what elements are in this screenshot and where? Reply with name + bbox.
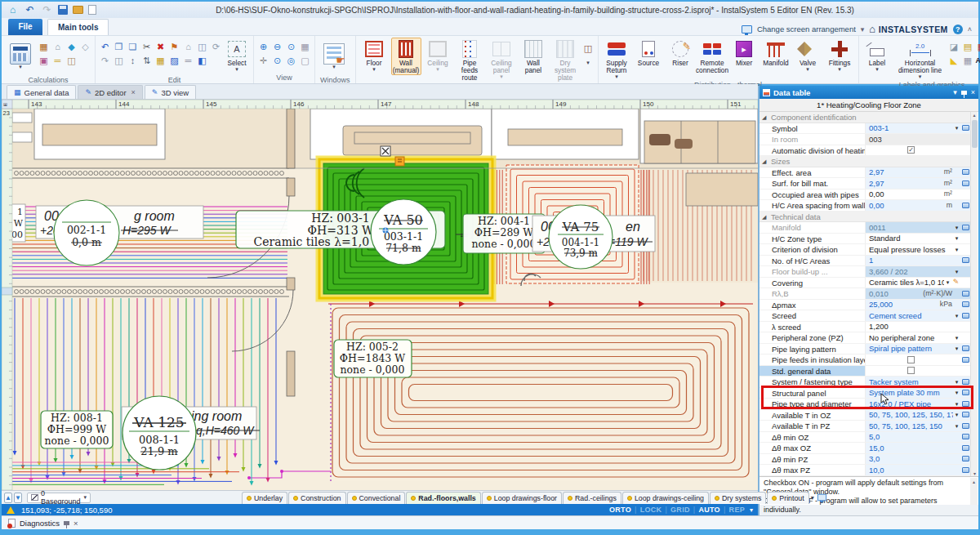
zoom-out-icon[interactable]: ⊖ (271, 41, 283, 53)
default-link-icon[interactable] (960, 379, 970, 385)
remote-connection-button[interactable]: Remote connection (697, 38, 728, 75)
default-link-icon[interactable] (960, 125, 970, 131)
connect-icon[interactable]: ═ (51, 55, 64, 67)
layer-tab-convectional[interactable]: Convectional (347, 492, 406, 504)
panel-menu-icon[interactable]: ▾ (953, 88, 957, 96)
dropdown-icon[interactable]: ▾ (953, 266, 960, 277)
screen-arrangement-icon[interactable] (742, 25, 752, 33)
drop-icon[interactable]: ◇ (79, 41, 91, 53)
mirror-icon[interactable]: ◫ (196, 41, 208, 53)
visibility-bulb-icon[interactable] (293, 496, 298, 501)
dropdown-icon[interactable]: ▾ (953, 244, 960, 255)
layer-tab-rad-floors-walls[interactable]: Rad.-floors,walls (406, 492, 480, 504)
layer-down-icon[interactable]: ▼ (14, 493, 22, 503)
wall-panel-button[interactable]: Wall panel (519, 38, 549, 75)
property-value[interactable]: 3,0 (866, 454, 970, 465)
property-value[interactable]: 0011▾ (866, 222, 970, 233)
section-header[interactable]: Technical data (760, 212, 970, 223)
layer-tab-construction[interactable]: Construction (288, 492, 345, 504)
grid-gray-icon[interactable]: ▦ (962, 55, 974, 67)
checkbox[interactable]: ✓ (907, 146, 915, 154)
property-value[interactable]: 003-1▾ (866, 123, 970, 134)
box-icon[interactable]: ◫ (65, 55, 78, 67)
supply-return-button[interactable]: Supply Return▾ (602, 38, 632, 80)
default-link-icon[interactable] (960, 357, 970, 363)
layer-tab-rad-ceilings[interactable]: Rad.-ceilings (563, 492, 621, 504)
dropdown-icon[interactable]: ▾ (953, 123, 960, 134)
property-value[interactable]: Standard▾ (866, 234, 970, 244)
edit-pencil-icon[interactable]: ✎ (951, 278, 960, 288)
panel-scrollbar[interactable]: ▴▾ (970, 112, 978, 476)
layer-tab-underlay[interactable]: Underlay (242, 492, 287, 504)
visibility-bulb-icon[interactable] (247, 496, 252, 501)
viewport-icon[interactable]: ▢ (299, 55, 311, 67)
calculations-button[interactable]: ▾ (5, 38, 36, 75)
circle-label-002[interactable]: 002-1-1 0,0 m (54, 200, 119, 265)
property-value[interactable]: 2,97m² (866, 167, 970, 178)
default-link-icon[interactable] (960, 257, 970, 263)
checkbox[interactable] (907, 356, 915, 363)
layer-up-icon[interactable]: ▲ (4, 493, 12, 503)
zoom-in-icon[interactable]: ⊕ (257, 41, 270, 53)
door-icon[interactable]: ◧ (196, 55, 208, 67)
wall-manual-button[interactable]: Wall (manual) (391, 38, 421, 75)
default-link-icon[interactable] (960, 181, 970, 186)
mode-lock[interactable]: LOCK (640, 506, 662, 514)
abc-text-icon[interactable]: Abc (976, 55, 980, 67)
pan-icon[interactable]: ✛ (257, 55, 270, 67)
zoom-selection-icon[interactable]: ⊙ (285, 41, 297, 53)
layer-tab-printout[interactable]: Printout (767, 492, 808, 504)
undo-icon[interactable]: ↶ (24, 4, 36, 16)
close-icon[interactable]: × (74, 519, 78, 528)
visibility-bulb-icon[interactable] (627, 496, 632, 501)
mode-orto[interactable]: ORTO (609, 506, 631, 514)
collapse-ribbon-icon[interactable]: ˄ (968, 25, 972, 33)
source-button[interactable]: Source (634, 38, 664, 75)
chevron-down-icon[interactable]: ▾ (861, 25, 865, 33)
visibility-bulb-icon[interactable] (715, 496, 719, 501)
default-link-icon[interactable] (960, 423, 970, 429)
dropdown-icon[interactable]: ▾ (953, 222, 960, 233)
grid-edit-icon[interactable]: ▦ (154, 55, 167, 67)
property-value[interactable]: Equal pressure losses▾ (866, 244, 970, 255)
layer-tab-loop-drawings-ceiling[interactable]: Loop drawings-ceiling (622, 492, 709, 504)
property-value[interactable]: Cement screed▾ (866, 310, 970, 321)
dropdown-icon[interactable]: ▾ (953, 234, 960, 244)
align-v-icon[interactable]: ↕ (127, 55, 139, 67)
default-link-icon[interactable] (960, 203, 970, 208)
delete-icon[interactable]: ✖ (154, 41, 167, 53)
panel-close-icon[interactable]: × (971, 88, 975, 96)
property-value[interactable]: Spiral pipe pattern▾ (866, 344, 970, 354)
default-link-icon[interactable] (960, 412, 970, 417)
windows-button[interactable]: ▾ (318, 38, 350, 75)
building-icon[interactable]: ⌂ (51, 41, 64, 53)
zoom-all-icon[interactable]: ⊙ (271, 55, 283, 67)
views-icon[interactable] (817, 494, 826, 502)
default-link-icon[interactable] (960, 313, 970, 319)
label-button[interactable]: Label▾ (862, 38, 893, 75)
property-value[interactable]: 0,010(m²·K)/W (866, 288, 970, 299)
pipe-feeds-route-button[interactable]: Pipe feeds route (455, 38, 485, 82)
fittings-button[interactable]: Fittings▾ (825, 38, 855, 75)
mode-grid[interactable]: GRID (670, 506, 690, 514)
property-value[interactable]: 10,0 (866, 465, 970, 475)
visibility-bulb-icon[interactable] (772, 496, 777, 501)
default-link-icon[interactable] (960, 169, 970, 175)
property-value[interactable]: 1 (866, 256, 970, 266)
property-value[interactable]: 50, 75, 100, 125, 150, 175, 200, 25▾ (866, 410, 970, 421)
property-value[interactable]: 15,0 (866, 443, 970, 453)
default-link-icon[interactable] (960, 434, 970, 439)
open-icon[interactable] (73, 6, 83, 14)
horizontal-dimension-line-button[interactable]: 2.0 Horizontal dimension line▾ (894, 38, 947, 80)
property-value[interactable] (866, 354, 970, 365)
visibility-bulb-icon[interactable] (352, 496, 357, 501)
property-value[interactable]: 003 (866, 134, 970, 145)
mode-rep[interactable]: REP (729, 506, 745, 514)
redo-icon[interactable]: ↷ (41, 4, 53, 16)
split-icon[interactable]: ◫ (113, 55, 125, 67)
select-button[interactable]: A Select▾ (224, 38, 250, 75)
property-value[interactable]: 5,0 (866, 432, 970, 443)
swap-icon[interactable]: ⇅ (140, 55, 153, 67)
valve-button[interactable]: Valve▾ (793, 38, 823, 75)
new-file-icon[interactable] (88, 5, 96, 15)
